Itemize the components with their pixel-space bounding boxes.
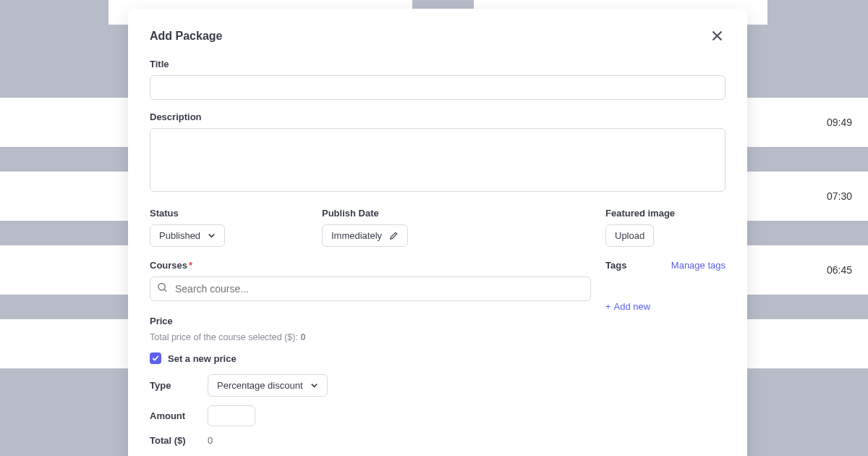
description-input[interactable] [150, 128, 726, 192]
courses-search-input[interactable] [150, 276, 591, 301]
status-publish-featured-row: Status Published Publish Date Immediatel… [150, 208, 726, 247]
publish-date-button[interactable]: Immediately [322, 224, 408, 247]
featured-image-label: Featured image [605, 208, 726, 219]
required-indicator: * [189, 260, 192, 271]
type-value: Percentage discount [217, 380, 303, 391]
time-text: 07:30 [827, 190, 852, 202]
type-label: Type [150, 380, 208, 391]
set-new-price-row: Set a new price [150, 352, 605, 364]
amount-row: Amount [150, 405, 605, 426]
status-column: Status Published [150, 208, 322, 247]
time-text: 06:45 [827, 264, 852, 276]
close-button[interactable] [709, 28, 726, 44]
manage-tags-link[interactable]: Manage tags [671, 260, 726, 271]
courses-search-wrap [150, 276, 591, 301]
status-select[interactable]: Published [150, 224, 225, 247]
chevron-down-icon [310, 381, 318, 389]
upload-button[interactable]: Upload [605, 224, 654, 247]
price-subtext: Total price of the course selected ($): … [150, 332, 605, 342]
courses-column: Courses* Price Total price of the course… [150, 260, 605, 446]
add-package-modal: Add Package Title Description Status Pub… [128, 9, 747, 456]
total-row: Total ($) 0 [150, 435, 605, 446]
status-value: Published [159, 230, 200, 241]
set-new-price-label[interactable]: Set a new price [168, 353, 237, 364]
publish-date-label: Publish Date [322, 208, 605, 219]
title-field-group: Title [150, 59, 726, 100]
price-label: Price [150, 316, 605, 326]
description-label: Description [150, 111, 726, 122]
title-label: Title [150, 59, 726, 69]
add-new-tag[interactable]: + Add new [605, 301, 650, 312]
chevron-down-icon [208, 232, 216, 240]
check-icon [152, 355, 159, 362]
upload-label: Upload [615, 230, 644, 241]
publish-column: Publish Date Immediately [322, 208, 605, 247]
total-value: 0 [208, 435, 213, 446]
featured-image-column: Featured image Upload [605, 208, 726, 247]
tags-label: Tags [605, 260, 626, 271]
tags-column: Tags Manage tags + Add new [605, 260, 726, 446]
plus-icon: + [605, 301, 611, 312]
time-text: 09:49 [827, 117, 852, 128]
title-input[interactable] [150, 75, 726, 100]
set-new-price-checkbox[interactable] [150, 352, 161, 364]
modal-title: Add Package [150, 30, 222, 43]
total-label: Total ($) [150, 435, 208, 446]
type-select[interactable]: Percentage discount [208, 374, 328, 397]
tags-header: Tags Manage tags [605, 260, 726, 271]
svg-point-2 [158, 283, 165, 290]
type-row: Type Percentage discount [150, 374, 605, 397]
publish-date-value: Immediately [331, 230, 382, 241]
courses-label: Courses* [150, 260, 605, 271]
svg-line-3 [164, 290, 166, 292]
amount-label: Amount [150, 410, 208, 421]
search-icon [157, 282, 168, 296]
close-icon [712, 30, 723, 41]
price-section: Price Total price of the course selected… [150, 316, 605, 446]
description-field-group: Description [150, 111, 726, 195]
status-label: Status [150, 208, 322, 219]
add-new-label: Add new [614, 301, 651, 312]
courses-tags-row: Courses* Price Total price of the course… [150, 260, 726, 446]
amount-input[interactable] [208, 405, 255, 426]
pencil-icon [389, 231, 399, 240]
modal-header: Add Package [150, 28, 726, 44]
